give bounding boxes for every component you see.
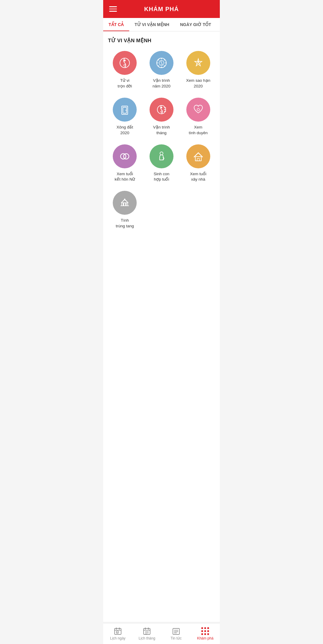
svg-rect-28 xyxy=(197,158,199,161)
item-label-sinh-con: Sinh conhợp tuổi xyxy=(154,171,170,183)
item-xem-tinh-duyen[interactable]: Xemtình duyên xyxy=(181,98,215,136)
item-xong-dat[interactable]: Xông đất2020 xyxy=(108,98,142,136)
item-xem-tuoi-ket-hon[interactable]: Xem tuổikết hôn Nữ xyxy=(108,144,142,183)
dots-grid-icon xyxy=(201,627,209,635)
item-tinh-trung-tang[interactable]: Tínhtrùng tang xyxy=(108,191,142,229)
nav-lich-thang[interactable]: Lịch tháng xyxy=(132,623,162,644)
item-label-xem-tuoi-xay-nha: Xem tuổixây nhà xyxy=(190,171,206,183)
section-title: TỬ VI VẬN MỆNH xyxy=(108,37,215,44)
item-label-van-trinh-nam: Vận trìnhnăm 2020 xyxy=(153,78,170,89)
header-title: KHÁM PHÁ xyxy=(144,6,179,13)
item-van-trinh-nam[interactable]: Vận trìnhnăm 2020 xyxy=(145,51,179,89)
icon-yin-yang xyxy=(113,51,137,75)
tab-ngay-gio[interactable]: NGÀY GIỜ TỐT xyxy=(175,18,217,31)
item-label-xong-dat: Xông đất2020 xyxy=(117,125,133,136)
item-xem-tuoi-xay-nha[interactable]: Xem tuổixây nhà xyxy=(181,144,215,183)
icon-door xyxy=(113,98,137,122)
nav-label-kham-pha: Khám phá xyxy=(197,636,214,640)
svg-point-31 xyxy=(124,199,125,200)
tabs-bar: TẤT CẢ TỬ VI VẬN MỆNH NGÀY GIỜ TỐT PHONG… xyxy=(103,18,220,31)
item-label-tu-vi: Tử vitrọn đời xyxy=(118,78,132,89)
svg-point-2 xyxy=(124,64,126,66)
item-label-tinh-trung-tang: Tínhtrùng tang xyxy=(116,218,134,229)
calendar-day-icon: 8 xyxy=(114,627,122,635)
item-xem-sao-han[interactable]: Xem sao hạn2020 xyxy=(181,51,215,89)
item-van-trinh-thang[interactable]: Vận trìnhtháng xyxy=(145,98,179,136)
item-sinh-con-hop-tuoi[interactable]: Sinh conhợp tuổi xyxy=(145,144,179,183)
icon-house xyxy=(186,144,210,168)
nav-label-lich-thang: Lịch tháng xyxy=(138,636,155,640)
nav-tin-tuc[interactable]: Tin tức xyxy=(162,623,191,644)
svg-point-13 xyxy=(197,61,199,63)
svg-point-23 xyxy=(197,108,199,111)
items-grid: Tử vitrọn đời xyxy=(108,51,215,229)
item-tu-vi-tron-doi[interactable]: Tử vitrọn đời xyxy=(108,51,142,89)
svg-line-12 xyxy=(158,60,159,61)
svg-point-18 xyxy=(161,107,162,108)
tab-phong-thuy[interactable]: PHONG THỦY xyxy=(217,18,220,31)
svg-line-8 xyxy=(164,66,165,66)
menu-icon[interactable] xyxy=(109,6,117,12)
item-label-xem-sao-han: Xem sao hạn2020 xyxy=(186,78,210,89)
svg-line-6 xyxy=(164,60,165,61)
item-label-xem-tinh-duyen: Xemtình duyên xyxy=(189,125,208,136)
icon-star-person xyxy=(186,51,210,75)
svg-rect-32 xyxy=(115,628,121,634)
icon-rings xyxy=(113,144,137,168)
tab-tat-ca[interactable]: TẤT CẢ xyxy=(103,18,129,31)
nav-label-tin-tuc: Tin tức xyxy=(170,636,182,640)
svg-rect-45 xyxy=(173,628,179,634)
svg-point-26 xyxy=(160,152,163,155)
calendar-month-icon xyxy=(143,627,151,635)
svg-rect-29 xyxy=(123,203,124,206)
svg-line-10 xyxy=(158,66,159,66)
news-icon xyxy=(172,627,180,635)
item-label-van-trinh-thang: Vận trìnhtháng xyxy=(153,125,170,136)
icon-yin-yang-fire xyxy=(150,98,173,122)
svg-rect-27 xyxy=(195,157,201,161)
item-label-xem-tuoi-ket-hon: Xem tuổikết hôn Nữ xyxy=(115,171,135,183)
main-content: TỬ VI VẬN MỆNH Tử vitrọn đời xyxy=(103,31,220,622)
icon-heart xyxy=(186,98,210,122)
svg-point-16 xyxy=(126,110,127,111)
nav-label-lich-ngay: Lịch ngày xyxy=(110,636,126,640)
icon-bank xyxy=(113,191,137,215)
svg-point-1 xyxy=(124,60,126,61)
svg-rect-38 xyxy=(144,628,150,634)
header: KHÁM PHÁ xyxy=(103,0,220,18)
bottom-nav: 8 Lịch ngày Lịch tháng Tin tức xyxy=(103,623,220,644)
nav-kham-pha[interactable]: Khám phá xyxy=(191,623,220,644)
nav-lich-ngay[interactable]: 8 Lịch ngày xyxy=(103,623,132,644)
svg-point-19 xyxy=(161,111,162,112)
icon-bagua xyxy=(150,51,173,75)
icon-pregnant xyxy=(150,144,173,168)
svg-rect-30 xyxy=(125,203,127,206)
tab-tu-vi[interactable]: TỬ VI VẬN MỆNH xyxy=(129,18,175,31)
